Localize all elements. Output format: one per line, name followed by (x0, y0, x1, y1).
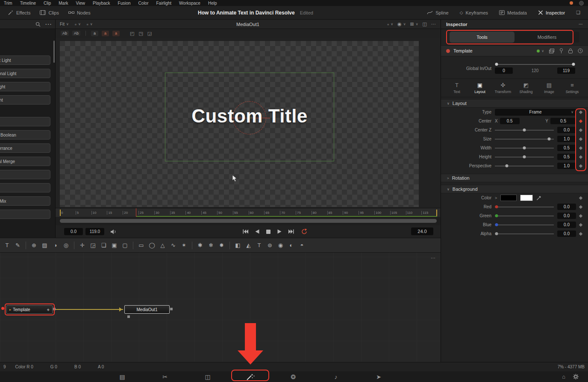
value-field[interactable]: 0.0 (557, 204, 576, 210)
global-out-field[interactable]: 119 (557, 67, 575, 74)
color-swatch-white[interactable] (520, 195, 533, 201)
keyframe-diamond-icon[interactable] (579, 110, 582, 114)
keyframe-diamond-icon[interactable] (579, 155, 582, 158)
pin-button[interactable] (559, 48, 563, 53)
fps-field[interactable]: 24.0 (411, 227, 433, 235)
rotation-section-header[interactable]: > Rotation (441, 174, 588, 182)
lut-dropdown[interactable]: ◉ ∨ (397, 21, 406, 27)
keyframe-diamond-icon[interactable] (579, 223, 582, 226)
clips-button[interactable]: Clips (35, 6, 63, 20)
search-icon[interactable] (35, 22, 41, 27)
color-page-icon[interactable]: ❂ (285, 373, 301, 380)
inspector-subtab[interactable]: ▣ Layout (468, 82, 491, 94)
node-editor[interactable]: ⋯ ▸ Template ◈ MediaOut1 (0, 253, 441, 362)
effects-list-item[interactable]: ng (0, 170, 50, 179)
split-view-icon[interactable]: ◫ (423, 21, 427, 27)
value-field[interactable]: 0.0 (557, 213, 576, 219)
text-3d-tool-icon[interactable]: T (254, 240, 265, 251)
viewer-canvas[interactable]: Custom Title (56, 38, 440, 208)
slider-track[interactable] (495, 139, 554, 140)
effects-list-item[interactable]: nel Boolean (0, 130, 50, 140)
value-field[interactable]: 0.5 (557, 145, 576, 151)
menu-item[interactable]: Playback (89, 1, 114, 6)
merge-3d-tool-icon[interactable]: ⊚ (265, 240, 275, 251)
media-out-tool-icon[interactable]: ▢ (120, 240, 130, 251)
polygon-mask-tool-icon[interactable]: △ (157, 240, 168, 251)
transform-tool-icon[interactable]: ✛ (77, 240, 88, 251)
effects-list-item[interactable]: t Light (0, 82, 50, 91)
background-section-header[interactable]: ∨ Background (441, 185, 588, 193)
inspector-subtab[interactable]: ◩ Shading (514, 82, 538, 94)
guides-icon[interactable]: ◲ (147, 31, 152, 36)
global-in-handle[interactable] (495, 63, 498, 66)
viewer-options-icon[interactable]: ⋯ (431, 21, 436, 27)
lock-button[interactable] (568, 48, 573, 53)
in-point-marker[interactable] (60, 210, 61, 216)
slider-track[interactable] (495, 148, 554, 149)
menu-item[interactable]: Timeline (16, 1, 40, 6)
menu-item[interactable]: Help (204, 1, 221, 6)
value-field[interactable]: 0.0 (557, 127, 576, 133)
transparency-checkerboard[interactable]: Custom Title (60, 41, 419, 207)
global-inout-slider[interactable] (495, 63, 575, 66)
buffer-a-button[interactable]: Ab (61, 31, 69, 36)
keyframe-diamond-icon[interactable] (579, 205, 582, 208)
menu-item[interactable]: Trim (0, 1, 16, 6)
node-color-dot[interactable] (446, 49, 450, 53)
node-connection-wire[interactable] (55, 309, 123, 310)
menu-item[interactable]: Color (135, 1, 153, 6)
merge-tool-icon[interactable]: ⊕ (29, 240, 39, 251)
eyedropper-button[interactable] (536, 195, 541, 201)
particle-emitter-tool-icon[interactable]: ✱ (195, 240, 206, 251)
fairlight-page-icon[interactable]: ♪ (328, 373, 344, 380)
view-mode-dropdown[interactable]: ▫ ∨ (87, 22, 93, 27)
spline-button[interactable]: Spline (423, 6, 453, 20)
slider-handle[interactable] (523, 146, 526, 149)
shape-3d-tool-icon[interactable]: ◭ (243, 240, 254, 251)
settings-gear-icon[interactable] (573, 374, 579, 379)
play-reverse-button[interactable] (255, 229, 259, 234)
alpha-a-button[interactable]: a (102, 31, 109, 36)
node-editor-options-icon[interactable]: ⋯ (431, 255, 435, 261)
slider-handle[interactable] (505, 164, 508, 167)
go-to-start-button[interactable] (243, 229, 248, 234)
left-panel-scrollbar[interactable] (53, 41, 55, 63)
notification-dot-icon[interactable] (570, 1, 573, 5)
global-in-field[interactable]: 0 (495, 67, 513, 74)
layout-section-header[interactable]: ∨ Layout (441, 99, 588, 108)
alpha-b-button[interactable]: a (112, 31, 120, 36)
resize-tool-icon[interactable]: ◲ (88, 240, 98, 251)
menu-item[interactable]: Clip (40, 1, 55, 6)
effects-list-item[interactable]: xTorrance (0, 143, 50, 153)
bspline-mask-tool-icon[interactable]: ∿ (168, 240, 179, 251)
buffer-b-button[interactable]: Ab (72, 31, 80, 36)
keyframe-diamond-icon[interactable] (579, 232, 582, 235)
reset-button[interactable] (578, 48, 583, 53)
global-out-handle[interactable] (572, 63, 575, 66)
inspector-subtab[interactable]: ≡ Settings (561, 82, 584, 94)
text-bounding-box[interactable]: Custom Title (165, 73, 334, 161)
effects-list-item[interactable]: n (0, 117, 50, 126)
effects-list-item[interactable]: ct (0, 183, 50, 192)
rectangle-mask-tool-icon[interactable]: ▭ (136, 240, 147, 251)
timeline-ruler[interactable]: 0 5 10 15 20 25 30 35 40 45 (56, 208, 440, 217)
play-button[interactable] (277, 229, 282, 234)
tab-tools[interactable]: Tools (450, 32, 514, 43)
keyframe-diamond-icon[interactable] (579, 137, 582, 140)
color-swatch-black[interactable] (500, 195, 517, 201)
edit-page-icon[interactable]: ◫ (200, 373, 215, 380)
mediaout-input-port[interactable] (127, 315, 130, 318)
effects-list-item[interactable]: ient Light (0, 55, 50, 65)
center-x-field[interactable]: 0.5 (500, 118, 520, 124)
magic-mask-tool-icon[interactable]: ✶ (179, 240, 189, 251)
scrollbar-thumb[interactable] (60, 219, 437, 223)
slider-handle[interactable] (495, 214, 498, 217)
current-frame-field[interactable]: 0.0 (64, 228, 83, 235)
cut-page-icon[interactable]: ✂ (157, 373, 173, 380)
fit-dropdown[interactable]: Fit ∨ (60, 22, 69, 26)
fusion-page-icon[interactable] (243, 373, 258, 381)
subview-a-button[interactable]: a (91, 31, 98, 36)
slider-track[interactable] (495, 130, 554, 131)
ellipse-mask-tool-icon[interactable]: ◯ (147, 240, 157, 251)
rendered-title-text[interactable]: Custom Title (165, 105, 334, 127)
